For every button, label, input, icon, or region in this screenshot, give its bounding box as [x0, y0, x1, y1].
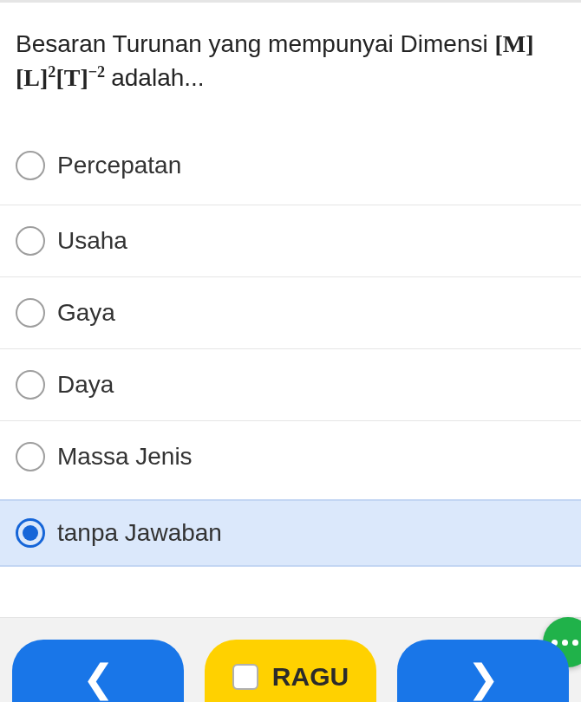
options-list: Percepatan Usaha Gaya Daya Massa Jenis: [0, 115, 581, 492]
spacer: [0, 567, 581, 617]
option-massa-jenis[interactable]: Massa Jenis: [0, 421, 581, 492]
chevron-right-icon: ❯: [467, 644, 499, 698]
bottom-nav: ❮ RAGU ❯: [0, 636, 581, 702]
nav-background: [0, 617, 581, 636]
question-tail: adalah...: [111, 64, 204, 91]
radio-icon: [16, 370, 45, 400]
radio-selected-icon: [16, 518, 45, 548]
option-label: Percepatan: [57, 152, 181, 179]
next-button[interactable]: ❯: [397, 640, 569, 702]
option-gaya[interactable]: Gaya: [0, 277, 581, 349]
checkbox-icon: [232, 664, 258, 690]
option-label: tanpa Jawaban: [57, 519, 222, 547]
option-usaha[interactable]: Usaha: [0, 205, 581, 277]
option-label: Usaha: [57, 227, 127, 255]
option-label: Gaya: [57, 299, 115, 327]
radio-icon: [16, 298, 45, 328]
radio-icon: [16, 442, 45, 471]
option-no-answer[interactable]: tanpa Jawaban: [0, 499, 581, 567]
option-label: Daya: [57, 371, 114, 399]
radio-icon: [16, 151, 45, 180]
question-intro: Besaran Turunan yang mempunyai Dimensi: [16, 30, 488, 57]
chevron-left-icon: ❮: [82, 644, 114, 698]
option-daya[interactable]: Daya: [0, 349, 581, 421]
radio-icon: [16, 226, 45, 256]
doubt-button[interactable]: RAGU: [205, 640, 376, 702]
option-label: Massa Jenis: [57, 443, 193, 471]
prev-button[interactable]: ❮: [12, 640, 184, 702]
question-text: Besaran Turunan yang mempunyai Dimensi […: [0, 3, 581, 115]
option-percepatan[interactable]: Percepatan: [0, 116, 581, 205]
doubt-label: RAGU: [272, 662, 349, 692]
